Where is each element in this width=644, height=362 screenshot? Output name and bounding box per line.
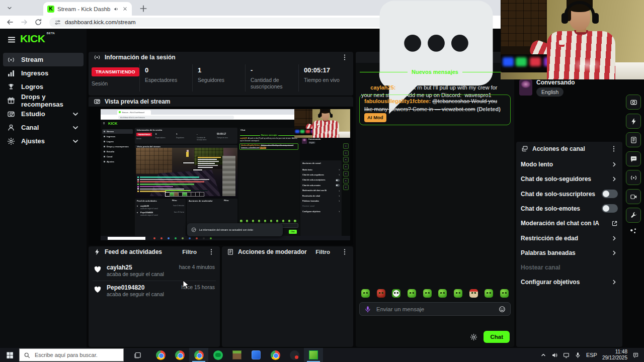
chevron-down-icon	[7, 5, 13, 11]
quick-studio-button[interactable]	[626, 95, 641, 110]
channel-action-chat-de-solo-emotes[interactable]: Chat de solo-emotes	[521, 203, 618, 214]
network-icon[interactable]	[563, 352, 570, 358]
taskbar-app-chrome[interactable]	[266, 348, 285, 362]
emote-raptor-icon[interactable]	[423, 289, 432, 298]
chat-input[interactable]	[375, 306, 495, 313]
emote-monkey-fez-icon[interactable]	[469, 289, 478, 298]
taskbar-search[interactable]	[19, 348, 124, 361]
channel-actions-title: Acciones de canal	[532, 145, 585, 152]
moderator-actions-panel: Acciones de moderador Filtro	[222, 246, 353, 347]
channel-action-modo-lento[interactable]: Modo lento	[521, 159, 618, 170]
stat-value: 0	[145, 66, 195, 74]
taskbar-app-chrome[interactable]	[151, 348, 170, 362]
quick-clips-button[interactable]	[626, 189, 641, 204]
taskbar-app-chrome[interactable]	[189, 348, 208, 362]
quick-lightning-button[interactable]	[626, 114, 641, 129]
activity-user: caylah25	[107, 264, 132, 271]
emote-clown-icon[interactable]	[392, 289, 400, 298]
stream-preview-header: Vista previa del stream	[89, 97, 353, 107]
emote-smug-icon[interactable]	[408, 289, 416, 298]
emoji-picker-icon[interactable]	[499, 306, 506, 313]
chevron-right-icon	[611, 235, 618, 242]
start-button[interactable]	[0, 348, 19, 362]
emote-blush-icon[interactable]	[485, 289, 493, 298]
kebab-menu-icon[interactable]	[341, 54, 348, 61]
taskbar-app-minecraft-green[interactable]	[304, 348, 323, 362]
emote-love-icon[interactable]	[500, 289, 509, 298]
trophy-icon	[7, 83, 15, 91]
moderator-filter-button[interactable]: Filtro	[315, 249, 330, 255]
chrome-icon	[271, 350, 280, 360]
sidebar-item-stream[interactable]: Stream	[3, 53, 84, 66]
sidebar-item-drops-y-recompensas[interactable]: Drops y recompensas	[3, 94, 84, 107]
task-view-button[interactable]	[128, 348, 148, 362]
webcam-scene	[294, 109, 350, 138]
channel-action-chat-de-solo-seguidores[interactable]: Chat de solo-seguidores	[521, 173, 618, 185]
tab-search-button[interactable]	[4, 4, 15, 13]
toggle-switch[interactable]	[602, 204, 618, 213]
tab-close-icon[interactable]	[122, 6, 128, 12]
kebab-menu-icon[interactable]	[341, 248, 348, 255]
taskbar-app-chrome[interactable]	[170, 348, 189, 362]
forward-button[interactable]	[20, 18, 28, 26]
gear-icon	[7, 137, 15, 145]
tab-audio-icon[interactable]	[113, 6, 119, 12]
sidebar-item-ingresos[interactable]: Ingresos	[3, 66, 84, 80]
microphone-icon[interactable]	[364, 306, 371, 313]
channel-action-restriccion-de-edad[interactable]: Restricción de edad	[521, 233, 618, 244]
reload-button[interactable]	[34, 18, 42, 26]
dots-cluster-icon[interactable]	[628, 226, 638, 236]
toggle-switch[interactable]	[602, 190, 618, 198]
channel-action-palabras-baneadas[interactable]: Palabras baneadas	[521, 247, 618, 258]
taskbar-app-spotify[interactable]	[208, 348, 227, 362]
live-badge: TRANSMITIENDO	[92, 67, 139, 76]
chevron-up-icon[interactable]	[540, 352, 546, 358]
taskbar-search-input[interactable]	[34, 351, 119, 358]
sidebar-item-canal[interactable]: Canal	[3, 121, 84, 134]
menu-icon[interactable]	[7, 35, 16, 44]
webcam-scene	[501, 0, 644, 79]
quick-wrench-button[interactable]	[626, 208, 641, 223]
emote-halo-icon[interactable]	[361, 289, 370, 298]
notification-icon[interactable]	[632, 352, 639, 358]
back-button[interactable]	[6, 18, 14, 26]
mini-emote	[258, 220, 261, 222]
clock[interactable]: 11:48 29/12/2025	[602, 349, 627, 361]
chrome-icon	[194, 350, 204, 360]
channel-action-label: Chat de solo-seguidores	[521, 175, 591, 183]
emote-happy-icon[interactable]	[438, 289, 447, 298]
kebab-menu-icon[interactable]	[610, 145, 617, 152]
new-tab-button[interactable]	[139, 4, 148, 13]
quick-notes-button[interactable]	[626, 132, 641, 147]
taskbar-app-blue-app[interactable]	[247, 348, 266, 362]
external-link-icon	[611, 220, 618, 227]
emote-rage-icon[interactable]	[377, 289, 385, 298]
quick-chat-button[interactable]	[626, 151, 641, 166]
sidebar-item-label: Drops y recompensas	[21, 93, 79, 108]
send-chat-button[interactable]: Chat	[484, 331, 510, 343]
mini-taskbar-app	[203, 237, 205, 239]
mini-emote	[264, 220, 267, 222]
browser-tab[interactable]: K Stream - Kick Dashboard	[43, 2, 132, 16]
category-thumbnail[interactable]	[519, 79, 532, 96]
activity-filter-button[interactable]: Filtro	[182, 249, 197, 255]
emote-grin-icon[interactable]	[454, 289, 462, 298]
kick-logo[interactable]: KICK BETA	[20, 33, 45, 45]
tray-mic-icon[interactable]	[575, 352, 581, 358]
sidebar-item-ajustes[interactable]: Ajustes	[3, 134, 84, 148]
sidebar-item-estudio[interactable]: Estudio	[3, 107, 84, 121]
session-stat-cantidad-de-suscripciones: -Cantidad de suscripciones	[251, 66, 301, 90]
chat-settings-icon[interactable]	[470, 333, 477, 341]
language-indicator[interactable]: ESP	[586, 352, 597, 358]
blue-app-icon	[252, 350, 261, 359]
speaker-icon[interactable]	[551, 352, 558, 358]
channel-action-configurar-objetivos[interactable]: Configurar objetivos	[521, 277, 618, 288]
toggle-knob	[603, 191, 609, 197]
taskbar-app-dark-app[interactable]	[285, 348, 304, 362]
quick-broadcast-button[interactable]	[626, 170, 641, 185]
sidebar-item-logros[interactable]: Logros	[3, 80, 84, 94]
channel-action-chat-de-solo-suscriptores[interactable]: Chat de solo-suscriptores	[521, 189, 618, 200]
kebab-menu-icon[interactable]	[208, 248, 215, 255]
channel-action-moderacion-del-chat-con-ia[interactable]: Moderación del chat con IA	[521, 218, 618, 229]
taskbar-app-minecraft[interactable]	[227, 348, 247, 362]
